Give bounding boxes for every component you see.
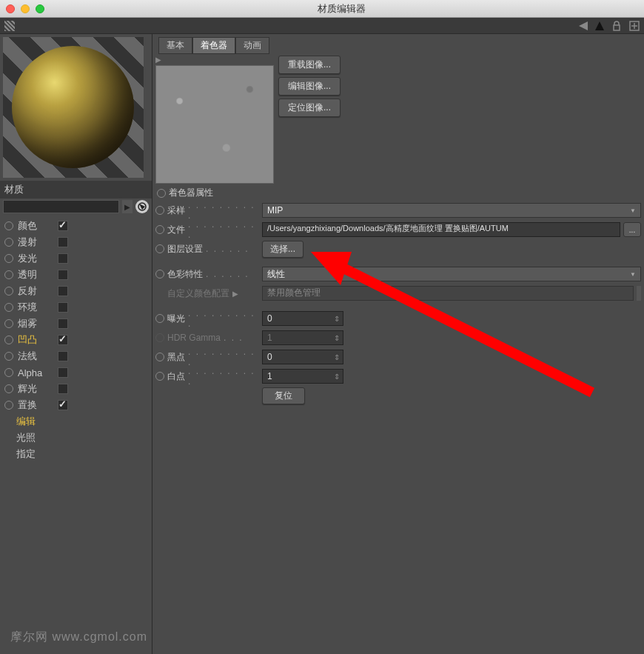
editor-toolbar (0, 18, 644, 34)
channel-diffuse[interactable]: 漫射 (0, 234, 152, 250)
sampling-dropdown[interactable]: MIP (262, 203, 641, 218)
exposure-toggle[interactable] (155, 314, 164, 323)
blackpoint-toggle[interactable] (155, 353, 164, 361)
channel-checkbox[interactable] (58, 318, 68, 329)
file-browse-button[interactable]: ... (623, 222, 641, 237)
traffic-lights (6, 4, 44, 13)
tab-animation[interactable]: 动画 (235, 37, 269, 54)
hdrgamma-spinner: 1 (262, 330, 343, 345)
subitem-label: 指定 (16, 447, 36, 461)
layerset-select-button[interactable]: 选择... (262, 241, 303, 258)
texture-preview[interactable] (155, 65, 274, 184)
exposure-spinner[interactable]: 0 (262, 311, 343, 326)
blackpoint-spinner[interactable]: 0 (262, 350, 343, 364)
locate-image-button[interactable]: 定位图像... (278, 99, 341, 117)
grid-icon[interactable] (4, 21, 15, 31)
channel-checkbox[interactable] (58, 351, 68, 361)
channel-radio-icon[interactable] (4, 287, 13, 296)
channel-reflection[interactable]: 反射 (0, 283, 152, 299)
channel-normal[interactable]: 法线 (0, 348, 152, 364)
up-arrow-icon[interactable] (595, 21, 604, 30)
channel-glow[interactable]: 辉光 (0, 381, 152, 397)
sampling-toggle[interactable] (155, 206, 164, 215)
close-window-button[interactable] (6, 4, 15, 13)
lock-icon[interactable] (611, 21, 622, 31)
channel-color[interactable]: 颜色 (0, 218, 152, 234)
customcolor-label: 自定义颜色配置 (167, 287, 229, 300)
tab-basic[interactable]: 基本 (158, 37, 192, 54)
channel-radio-icon[interactable] (4, 254, 13, 263)
material-menu-arrow-icon[interactable]: ▶ (122, 200, 133, 213)
customcolor-stepper (637, 286, 641, 301)
subitem-assign[interactable]: 指定 (0, 446, 152, 462)
channel-displacement[interactable]: 置换 (0, 397, 152, 413)
exposure-label: 曝光 (167, 313, 185, 325)
reset-button[interactable]: 复位 (262, 387, 305, 404)
channel-transparency[interactable]: 透明 (0, 267, 152, 283)
channel-radio-icon[interactable] (4, 221, 13, 230)
channel-luminance[interactable]: 发光 (0, 250, 152, 267)
colorprofile-toggle[interactable] (155, 270, 164, 278)
tab-bar: 基本着色器动画 (158, 37, 641, 54)
channel-checkbox[interactable] (58, 384, 68, 394)
hdrgamma-label: HDR Gamma (167, 333, 221, 343)
channel-checkbox[interactable] (58, 302, 68, 313)
channel-checkbox[interactable] (58, 286, 68, 296)
channel-radio-icon[interactable] (4, 270, 13, 279)
channel-label: 颜色 (18, 219, 53, 233)
material-preview[interactable] (3, 37, 144, 178)
channel-label: 烟雾 (18, 317, 53, 330)
colorprofile-dropdown[interactable]: 线性 (262, 267, 641, 281)
blackpoint-label: 黑点 (167, 351, 185, 364)
channel-label: 辉光 (18, 382, 53, 396)
channel-checkbox[interactable] (58, 253, 68, 264)
file-label: 文件 (167, 224, 185, 236)
edit-image-button[interactable]: 编辑图像... (278, 77, 341, 96)
channel-radio-icon[interactable] (4, 352, 13, 361)
subitem-label: 编辑 (16, 415, 36, 428)
minimize-window-button[interactable] (21, 4, 30, 13)
channel-label: 发光 (18, 252, 53, 265)
zoom-window-button[interactable] (36, 4, 44, 13)
channel-environment[interactable]: 环境 (0, 299, 152, 316)
channel-label: 透明 (18, 268, 53, 281)
watermark-text: 摩尔网 www.cgmol.com (10, 630, 147, 645)
channel-radio-icon[interactable] (4, 368, 13, 377)
back-arrow-icon[interactable] (579, 21, 588, 30)
channel-radio-icon[interactable] (4, 384, 13, 393)
whitepoint-spinner[interactable]: 1 (262, 369, 343, 384)
file-path-field[interactable]: /Users/yangzhixiang/Downloads/高精度地面纹理 置换… (262, 222, 620, 237)
subitem-illumination[interactable]: 光照 (0, 430, 152, 446)
new-icon[interactable] (629, 21, 640, 31)
pick-icon[interactable] (135, 200, 149, 213)
shader-properties-header: 着色器属性 (157, 187, 641, 199)
channel-fog[interactable]: 烟雾 (0, 316, 152, 332)
channel-radio-icon[interactable] (4, 303, 13, 312)
section-toggle-icon[interactable] (157, 189, 166, 198)
layerset-toggle[interactable] (155, 244, 164, 253)
material-name-field[interactable] (3, 200, 119, 213)
reload-image-button[interactable]: 重载图像... (278, 56, 341, 74)
channel-checkbox[interactable] (58, 270, 68, 280)
channel-alpha[interactable]: Alpha (0, 364, 152, 381)
channel-label: 凹凸 (18, 333, 53, 347)
channel-radio-icon[interactable] (4, 336, 13, 344)
channel-checkbox[interactable] (58, 367, 68, 378)
subitem-edit[interactable]: 编辑 (0, 413, 152, 430)
channel-radio-icon[interactable] (4, 401, 13, 410)
channel-radio-icon[interactable] (4, 238, 13, 247)
customcolor-field: 禁用颜色管理 (262, 286, 634, 301)
channel-bump[interactable]: 凹凸 (0, 332, 152, 348)
channel-label: 法线 (18, 350, 53, 363)
whitepoint-toggle[interactable] (155, 372, 164, 381)
channel-checkbox[interactable] (58, 221, 68, 231)
channel-checkbox[interactable] (58, 400, 68, 410)
file-toggle[interactable] (155, 225, 164, 234)
channel-radio-icon[interactable] (4, 319, 13, 328)
channel-checkbox[interactable] (58, 237, 68, 247)
preview-sphere (12, 46, 134, 168)
material-section-label: 材质 (0, 181, 152, 198)
channel-checkbox[interactable] (58, 335, 68, 345)
svg-marker-5 (139, 204, 145, 210)
tab-shader[interactable]: 着色器 (192, 37, 235, 54)
